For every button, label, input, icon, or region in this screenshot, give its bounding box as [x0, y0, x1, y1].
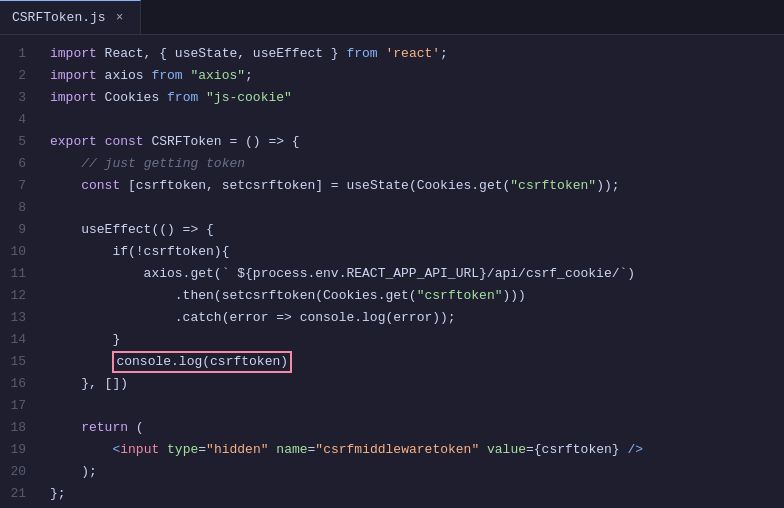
tab-csrftoken[interactable]: CSRFToken.js ×: [0, 0, 141, 34]
code-line: import Cookies from "js-cookie": [50, 87, 784, 109]
line-number: 19: [8, 439, 26, 461]
token-plain: [97, 131, 105, 153]
token-plain: ={csrftoken}: [526, 439, 627, 461]
token-kw: import: [50, 43, 97, 65]
code-line: axios.get(` ${process.env.REACT_APP_API_…: [50, 263, 784, 285]
token-plain: ));: [596, 175, 619, 197]
tab-filename: CSRFToken.js: [12, 10, 106, 25]
token-plain: ;: [245, 65, 253, 87]
line-number: 17: [8, 395, 26, 417]
token-plain: =: [308, 439, 316, 461]
token-kw: import: [50, 87, 97, 109]
tab-close-button[interactable]: ×: [112, 10, 128, 26]
token-plain: CSRFToken = () => {: [144, 131, 300, 153]
code-line: export const CSRFToken = () => {: [50, 131, 784, 153]
token-plain: .catch(error => console.log(error));: [50, 307, 456, 329]
token-attr: name: [276, 439, 307, 461]
token-kw-blue: from: [346, 43, 377, 65]
code-line: [50, 395, 784, 417]
token-attr: type: [167, 439, 198, 461]
code-line: }: [50, 329, 784, 351]
line-number: 16: [8, 373, 26, 395]
line-number: 12: [8, 285, 26, 307]
line-number: 5: [8, 131, 26, 153]
code-line: useEffect(() => {: [50, 219, 784, 241]
line-number: 8: [8, 197, 26, 219]
code-line: return (: [50, 417, 784, 439]
code-line: if(!csrftoken){: [50, 241, 784, 263]
line-number: 1: [8, 43, 26, 65]
token-plain: [50, 153, 81, 175]
token-plain: axios.get(` ${process.env.REACT_APP_API_…: [50, 263, 635, 285]
line-number: 13: [8, 307, 26, 329]
token-kw: const: [105, 131, 144, 153]
token-kw-blue: from: [151, 65, 182, 87]
token-plain: [159, 439, 167, 461]
line-number: 2: [8, 65, 26, 87]
code-line: // just getting token: [50, 153, 784, 175]
token-plain: .then(setcsrftoken(Cookies.get(: [50, 285, 417, 307]
console-log-highlighted: console.log(csrftoken): [112, 351, 292, 373]
token-attr: value: [487, 439, 526, 461]
code-line: }, []): [50, 373, 784, 395]
line-number: 14: [8, 329, 26, 351]
line-number: 20: [8, 461, 26, 483]
token-plain: }: [50, 329, 120, 351]
token-plain: [479, 439, 487, 461]
token-plain: axios: [97, 65, 152, 87]
token-plain: =: [198, 439, 206, 461]
token-plain: ;: [440, 43, 448, 65]
token-attr-val: "csrfmiddlewaretoken": [315, 439, 479, 461]
code-line: import axios from "axios";: [50, 65, 784, 87]
code-line: .then(setcsrftoken(Cookies.get("csrftoke…: [50, 285, 784, 307]
line-number: 9: [8, 219, 26, 241]
code-line: <input type="hidden" name="csrfmiddlewar…: [50, 439, 784, 461]
token-plain: [50, 351, 112, 373]
code-line: [50, 197, 784, 219]
token-plain: [50, 175, 81, 197]
line-numbers: 123456789101112131415161718192021: [0, 35, 42, 508]
token-attr-val: "hidden": [206, 439, 268, 461]
line-number: 18: [8, 417, 26, 439]
line-number: 6: [8, 153, 26, 175]
line-number: 7: [8, 175, 26, 197]
token-plain: React, { useState, useEffect }: [97, 43, 347, 65]
token-tag-bracket: <: [112, 439, 120, 461]
token-plain: [378, 43, 386, 65]
token-str-green: "axios": [190, 65, 245, 87]
token-kw-blue: from: [167, 87, 198, 109]
token-plain: [183, 65, 191, 87]
token-plain: [50, 439, 112, 461]
line-number: 21: [8, 483, 26, 505]
token-plain: }, []): [50, 373, 128, 395]
code-line: .catch(error => console.log(error));: [50, 307, 784, 329]
token-plain: ))): [503, 285, 526, 307]
line-number: 15: [8, 351, 26, 373]
line-number: 4: [8, 109, 26, 131]
line-number: 10: [8, 241, 26, 263]
code-line: import React, { useState, useEffect } fr…: [50, 43, 784, 65]
code-line: [50, 109, 784, 131]
code-area[interactable]: import React, { useState, useEffect } fr…: [42, 35, 784, 508]
token-plain: (: [128, 417, 144, 439]
tab-bar: CSRFToken.js ×: [0, 0, 784, 35]
editor-area: 123456789101112131415161718192021 import…: [0, 35, 784, 508]
token-kw: export: [50, 131, 97, 153]
token-comment: // just getting token: [81, 153, 245, 175]
token-str-orange: 'react': [385, 43, 440, 65]
line-number: 3: [8, 87, 26, 109]
token-plain: );: [50, 461, 97, 483]
token-plain: useEffect(() => {: [50, 219, 214, 241]
token-plain: };: [50, 483, 66, 505]
token-tag-name: input: [120, 439, 159, 461]
token-plain: [198, 87, 206, 109]
code-line: };: [50, 483, 784, 505]
token-plain: if(!csrftoken){: [50, 241, 229, 263]
token-str-green: "csrftoken": [510, 175, 596, 197]
token-kw: import: [50, 65, 97, 87]
line-number: 11: [8, 263, 26, 285]
token-kw: const: [81, 175, 120, 197]
token-str-green: "csrftoken": [417, 285, 503, 307]
code-line: console.log(csrftoken): [50, 351, 784, 373]
token-plain: Cookies: [97, 87, 167, 109]
